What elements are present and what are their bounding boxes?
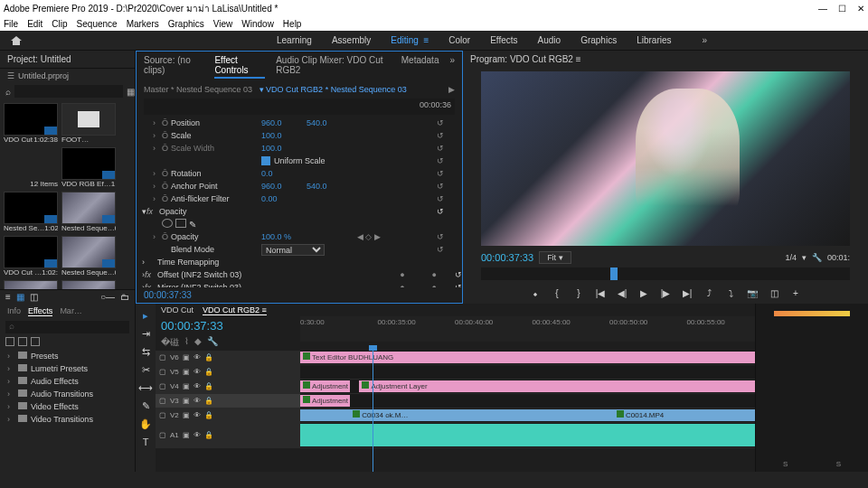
- ec-tab[interactable]: Audio Clip Mixer: VDO Cut RGB2: [276, 55, 391, 79]
- disclosure-icon[interactable]: ›: [153, 118, 162, 127]
- reset-icon[interactable]: ↺: [437, 156, 444, 165]
- track-name[interactable]: V6: [170, 353, 179, 361]
- ec-value[interactable]: 100.0: [261, 144, 307, 153]
- track-toggle[interactable]: ▣: [183, 397, 190, 405]
- ec-tab[interactable]: Source: (no clips): [144, 55, 203, 79]
- ec-fx-group[interactable]: › Time Remapping: [137, 256, 462, 268]
- close-icon[interactable]: ✕: [857, 4, 864, 14]
- settings-icon[interactable]: 🔧: [812, 253, 822, 262]
- go-out-icon[interactable]: ▶|: [680, 286, 694, 300]
- timeline-playhead[interactable]: [373, 351, 373, 472]
- icon-view-icon[interactable]: ▦: [16, 292, 24, 302]
- list-view-icon[interactable]: ≡: [5, 292, 11, 302]
- program-playhead[interactable]: [610, 267, 618, 280]
- reset-icon[interactable]: ↺: [437, 169, 444, 178]
- ripple-tool-icon[interactable]: ⇆: [139, 345, 152, 358]
- zoom-slider[interactable]: ○—: [100, 292, 115, 302]
- lock-icon[interactable]: 🔒: [204, 431, 213, 439]
- program-monitor[interactable]: [481, 71, 850, 246]
- track-target[interactable]: ▢: [159, 353, 166, 361]
- hand-tool-icon[interactable]: ✋: [139, 418, 152, 430]
- type-tool-icon[interactable]: T: [139, 436, 152, 448]
- ec-value[interactable]: 100.0 %: [261, 232, 307, 241]
- add-marker-icon[interactable]: ⬥: [528, 286, 542, 300]
- ec-fx-group[interactable]: ▾fxOpacity↺: [137, 205, 462, 218]
- track-select-tool-icon[interactable]: ⇥: [139, 327, 152, 340]
- fx-badge-icon[interactable]: [5, 337, 14, 346]
- project-search-input[interactable]: [14, 85, 123, 98]
- bin-item[interactable]: Nested Se…1:02:38: [4, 192, 58, 232]
- track-target[interactable]: ▢: [159, 397, 166, 405]
- eye-icon[interactable]: 👁: [193, 353, 201, 361]
- program-ruler[interactable]: [481, 267, 850, 280]
- workspace-effects[interactable]: Effects: [490, 35, 517, 45]
- menu-help[interactable]: Help: [283, 19, 302, 29]
- program-scale[interactable]: 1/4: [785, 253, 797, 262]
- eye-icon[interactable]: 👁: [193, 411, 201, 419]
- workspace-color[interactable]: Color: [448, 35, 470, 45]
- track-content[interactable]: Text Editor BUDHLUANG: [300, 351, 755, 364]
- comparison-icon[interactable]: ◫: [767, 286, 781, 300]
- stopwatch-icon[interactable]: Ŏ: [162, 144, 171, 153]
- slip-tool-icon[interactable]: ⟷: [139, 381, 152, 394]
- track-header[interactable]: ▢V4▣👁🔒: [156, 380, 300, 393]
- track-name[interactable]: V4: [170, 382, 179, 390]
- workspace-learning[interactable]: Learning: [277, 35, 312, 45]
- project-breadcrumb[interactable]: ☰ Untitled.prproj: [0, 69, 135, 83]
- step-fwd-icon[interactable]: |▶: [658, 286, 673, 300]
- ec-value[interactable]: 0.0: [261, 169, 307, 178]
- track-header[interactable]: ▢A1▣👁🔒: [156, 423, 300, 447]
- effects-tab[interactable]: Info: [7, 306, 21, 316]
- ec-value[interactable]: 540.0: [307, 182, 352, 191]
- project-tab[interactable]: Project: Untitled: [0, 51, 135, 69]
- track-target[interactable]: ▢: [159, 382, 166, 390]
- workspace-editing[interactable]: Editing ≡: [391, 35, 429, 45]
- mark-out-icon[interactable]: }: [571, 286, 586, 300]
- track-header[interactable]: ▢V5▣👁🔒: [156, 365, 300, 379]
- program-timecode[interactable]: 00:00:37:33: [481, 252, 533, 263]
- menu-view[interactable]: View: [213, 19, 233, 29]
- wrench-icon[interactable]: 🔧: [207, 336, 218, 349]
- bin-item[interactable]: FOOT…: [61, 103, 116, 144]
- sequence-tab[interactable]: VDO Cut: [161, 305, 193, 315]
- disclosure-icon[interactable]: ›: [153, 194, 162, 203]
- disclosure-icon[interactable]: ›: [153, 169, 162, 178]
- disclosure-icon[interactable]: ›: [153, 131, 162, 140]
- disclosure-icon[interactable]: ›: [153, 144, 162, 153]
- ec-tab-overflow[interactable]: »: [449, 55, 455, 79]
- workspace-assembly[interactable]: Assembly: [332, 35, 371, 45]
- menu-markers[interactable]: Markers: [127, 19, 159, 29]
- ec-value[interactable]: 100.0: [261, 131, 307, 140]
- workspace-audio[interactable]: Audio: [538, 35, 561, 45]
- track-content[interactable]: Adjustment Layer: [300, 394, 755, 408]
- eye-icon[interactable]: 👁: [193, 382, 201, 390]
- timeline-clip[interactable]: Adjustment Layer: [300, 395, 350, 407]
- checkbox-icon[interactable]: [261, 156, 270, 165]
- track-name[interactable]: V2: [170, 411, 179, 419]
- track-content[interactable]: [300, 365, 755, 379]
- track-toggle[interactable]: ▣: [183, 382, 190, 390]
- ec-value[interactable]: 540.0: [307, 118, 352, 127]
- effects-search[interactable]: ⌕: [5, 321, 129, 333]
- track-content[interactable]: Adjustment LayerAdjustment Layer: [300, 380, 755, 393]
- track-name[interactable]: A1: [170, 431, 179, 439]
- lock-icon[interactable]: 🔒: [204, 397, 213, 405]
- timeline-clip[interactable]: [486, 409, 514, 421]
- reset-icon[interactable]: ↺: [437, 144, 444, 153]
- workspace-libraries[interactable]: Libraries: [637, 35, 671, 45]
- bin-item[interactable]: VDO RGB Ef…1:02:38: [61, 147, 116, 188]
- stopwatch-icon[interactable]: Ŏ: [162, 118, 171, 127]
- reset-icon[interactable]: ↺: [437, 118, 444, 127]
- effects-folder[interactable]: Presets: [5, 350, 129, 362]
- go-in-icon[interactable]: |◀: [593, 286, 608, 300]
- track-toggle[interactable]: ▣: [183, 411, 190, 419]
- ec-tab[interactable]: Effect Controls: [214, 55, 265, 79]
- timeline-ruler[interactable]: 0:30:0000:00:35:0000:00:40:0000:00:45:00…: [300, 316, 755, 331]
- track-name[interactable]: V3: [170, 397, 179, 405]
- razor-tool-icon[interactable]: ✂: [139, 363, 152, 376]
- reset-icon[interactable]: ↺: [437, 131, 444, 140]
- program-fit-select[interactable]: Fit ▾: [539, 251, 571, 264]
- ec-value[interactable]: 960.0: [261, 118, 307, 127]
- track-target[interactable]: ▢: [159, 368, 166, 376]
- home-button[interactable]: [0, 35, 33, 46]
